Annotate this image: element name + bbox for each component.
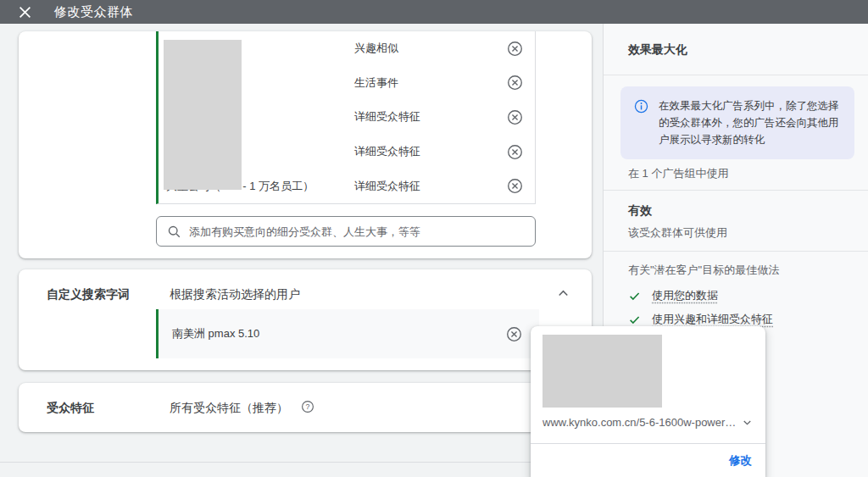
check-icon bbox=[628, 313, 641, 326]
remove-audience-button[interactable] bbox=[506, 178, 523, 195]
remove-audience-button[interactable] bbox=[506, 108, 523, 125]
demographics-card: 受众特征 所有受众特征（推荐） ? bbox=[19, 383, 592, 432]
redacted-ad-preview bbox=[542, 335, 662, 408]
audience-search-box bbox=[156, 216, 536, 247]
custom-search-terms-title: 自定义搜索字词 bbox=[47, 287, 130, 302]
check-icon bbox=[628, 290, 641, 302]
close-button[interactable] bbox=[12, 0, 37, 24]
audience-type: 详细受众特征 bbox=[354, 179, 506, 194]
close-icon bbox=[19, 6, 31, 19]
circled-x-icon bbox=[507, 75, 523, 91]
circled-x-icon bbox=[507, 178, 523, 194]
demographics-value: 所有受众特征（推荐） bbox=[170, 401, 288, 416]
modal-title: 修改受众群体 bbox=[54, 4, 133, 20]
custom-search-terms-card: 自定义搜索字词 根据搜索活动选择的用户 南美洲 pmax 5.10 bbox=[19, 269, 592, 370]
question-circle-icon: ? bbox=[301, 400, 314, 413]
remove-audience-button[interactable] bbox=[506, 75, 523, 92]
search-icon bbox=[167, 225, 181, 239]
section-divider bbox=[0, 462, 603, 463]
best-practice-link[interactable]: 使用您的数据 bbox=[652, 288, 718, 303]
sidebar-divider bbox=[604, 251, 868, 252]
popup-divider bbox=[531, 443, 765, 444]
best-practice-item: 使用您的数据 bbox=[628, 288, 718, 303]
edit-ad-button[interactable]: 修改 bbox=[729, 453, 752, 469]
status-description: 该受众群体可供使用 bbox=[628, 225, 727, 241]
audience-search-input[interactable] bbox=[189, 225, 525, 238]
best-practices-title: 有关"潜在客户"目标的最佳做法 bbox=[628, 263, 779, 278]
status-title: 有效 bbox=[628, 203, 652, 219]
custom-search-term-label: 南美洲 pmax 5.10 bbox=[159, 326, 505, 341]
best-practice-link[interactable]: 使用兴趣和详细受众特征 bbox=[652, 312, 773, 327]
remove-audience-button[interactable] bbox=[506, 40, 523, 57]
pmax-info-box: 在效果最大化广告系列中，除了您选择的受众群体外，您的广告还会向其他用户展示以寻求… bbox=[620, 86, 854, 159]
ad-display-url: www.kynko.com.cn/5-6-1600w-powerful-prof… bbox=[542, 416, 737, 429]
modal-header: 修改受众群体 bbox=[0, 0, 868, 24]
circled-x-icon bbox=[507, 109, 523, 125]
collapse-section-button[interactable] bbox=[553, 283, 573, 303]
campaign-type-label: 效果最大化 bbox=[628, 42, 687, 58]
custom-search-term-item: 南美洲 pmax 5.10 bbox=[156, 309, 539, 358]
remove-audience-button[interactable] bbox=[506, 143, 523, 160]
circled-x-icon bbox=[507, 144, 523, 160]
chevron-down-icon bbox=[741, 416, 754, 429]
pmax-info-text: 在效果最大化广告系列中，除了您选择的受众群体外，您的广告还会向其他用户展示以寻求… bbox=[659, 97, 843, 148]
audience-type: 兴趣相似 bbox=[354, 41, 506, 56]
chevron-up-icon bbox=[555, 286, 571, 302]
remove-search-term-button[interactable] bbox=[505, 325, 522, 342]
audience-type: 详细受众特征 bbox=[354, 144, 506, 159]
demographics-title: 受众特征 bbox=[47, 401, 94, 416]
redacted-audience-names bbox=[164, 40, 242, 190]
sidebar-divider bbox=[604, 190, 868, 191]
sidebar-divider bbox=[604, 75, 868, 75]
custom-search-terms-subtitle: 根据搜索活动选择的用户 bbox=[170, 287, 300, 302]
ad-url-row[interactable]: www.kynko.com.cn/5-6-1600w-powerful-prof… bbox=[542, 413, 754, 431]
ad-group-usage-text: 在 1 个广告组中使用 bbox=[628, 166, 728, 181]
svg-text:?: ? bbox=[306, 402, 310, 411]
audience-list-card: 兴趣相似 生活事件 详细受众特征 详细受众特征 bbox=[19, 31, 592, 258]
ad-preview-popup: www.kynko.com.cn/5-6-1600w-powerful-prof… bbox=[531, 326, 765, 477]
circled-x-icon bbox=[507, 41, 523, 57]
info-icon bbox=[634, 97, 648, 148]
circled-x-icon bbox=[506, 326, 522, 342]
audience-type: 生活事件 bbox=[354, 75, 506, 91]
best-practice-item: 使用兴趣和详细受众特征 bbox=[628, 312, 773, 327]
audience-type: 详细受众特征 bbox=[354, 109, 506, 125]
help-button[interactable]: ? bbox=[300, 400, 315, 415]
